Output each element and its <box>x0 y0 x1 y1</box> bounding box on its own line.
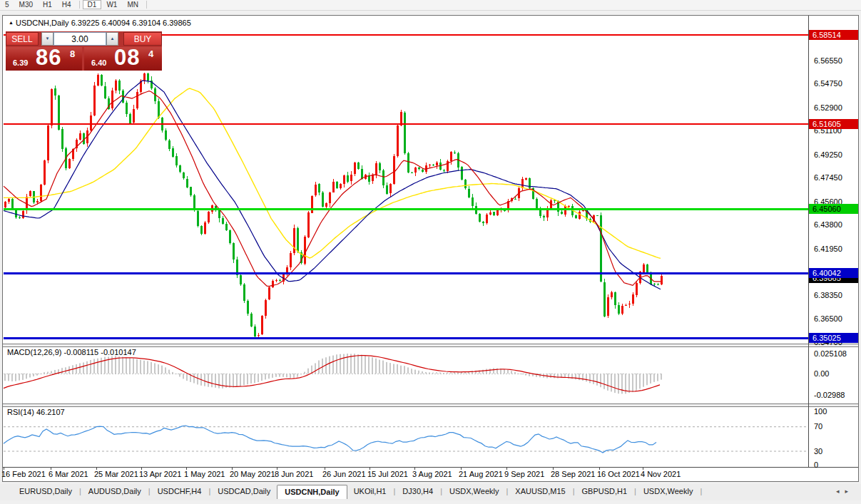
buy-price-panel[interactable]: 6.40 08 4 <box>84 47 162 71</box>
volume-decrease-button[interactable]: ▼ <box>41 32 54 46</box>
date-axis-label: 1 May 2021 <box>184 470 225 478</box>
chart-title: ▲ USDCNH,Daily 6.39225 6.40094 6.39104 6… <box>9 19 191 27</box>
date-axis-label: 6 Mar 2021 <box>49 470 88 478</box>
date-axis-label: 28 Sep 2021 <box>551 470 595 478</box>
level-badge-6.35025: 6.35025 <box>812 334 841 342</box>
buy-price-pip: 4 <box>148 48 153 59</box>
ma-line-fast-red <box>4 91 661 287</box>
chart-canvas[interactable]: 6.565506.547506.529006.511006.492506.474… <box>0 0 861 504</box>
price-axis-tick-label: 6.52900 <box>814 103 842 112</box>
panel-frames <box>3 16 858 468</box>
ma-line-medium-blue <box>4 81 661 289</box>
price-axis-tick-label: 6.47450 <box>814 173 842 182</box>
horizontal-levels-layer[interactable] <box>4 35 808 338</box>
level-badge-6.40042: 6.40042 <box>812 269 841 277</box>
rsi-axis-label: 100 <box>814 407 827 416</box>
sell-button[interactable]: SELL <box>6 32 39 46</box>
rsi-line <box>4 426 656 453</box>
symbol-collapse-icon[interactable]: ▲ <box>9 20 14 25</box>
date-axis-label: 25 Mar 2021 <box>94 470 138 478</box>
volume-input[interactable] <box>54 32 106 46</box>
macd-indicator-label: MACD(12,26,9) -0.008115 -0.010147 <box>7 348 136 356</box>
rsi-axis-label: 0 <box>814 461 818 469</box>
date-axis-label: 20 May 2021 <box>230 470 275 478</box>
triangle-up-icon: ▲ <box>111 36 115 41</box>
price-axis-tick-label: 6.49250 <box>814 150 842 159</box>
chart-ohlc-readout: 6.39225 6.40094 6.39104 6.39865 <box>71 19 191 27</box>
date-axis-label: 16 Feb 2021 <box>1 470 46 478</box>
rsi-indicator-label: RSI(14) 46.2107 <box>7 408 65 416</box>
price-axis-tick-label: 6.36500 <box>814 314 842 323</box>
price-axis-tick-label: 6.38350 <box>814 291 842 299</box>
rsi-axis-label: 70 <box>814 422 822 431</box>
indicator-layer <box>4 354 808 453</box>
level-badge-6.51605: 6.51605 <box>812 120 841 128</box>
date-axis-label: 4 Nov 2021 <box>641 470 681 478</box>
rsi-axis-label: 30 <box>814 447 822 456</box>
date-axis-label: 3 Aug 2021 <box>412 470 452 478</box>
sell-price-panel[interactable]: 6.39 86 8 <box>6 47 82 71</box>
price-axis-tick-label: 6.56550 <box>814 56 842 65</box>
triangle-down-icon: ▼ <box>46 36 50 41</box>
sell-price-main: 86 <box>36 45 61 71</box>
price-axis-tick-label: 6.54750 <box>814 79 842 88</box>
moving-averages-layer <box>4 81 661 289</box>
date-axis-label: 21 Aug 2021 <box>459 470 503 478</box>
macd-axis-label: 0.00 <box>814 369 829 378</box>
ma-line-slow-yellow <box>4 88 661 258</box>
date-axis-label: 15 Jul 2021 <box>367 470 408 478</box>
buy-button[interactable]: BUY <box>123 32 162 46</box>
chart-symbol-label: USDCNH,Daily <box>16 19 69 27</box>
sell-price-prefix: 6.39 <box>13 58 28 67</box>
buy-price-main: 08 <box>114 45 140 71</box>
sell-price-pip: 8 <box>70 48 75 59</box>
date-axis-label: 8 Jun 2021 <box>275 470 313 478</box>
level-badge-6.45060: 6.45060 <box>812 205 841 213</box>
date-axis-label: 16 Oct 2021 <box>597 470 640 478</box>
date-axis-label: 9 Sep 2021 <box>504 470 544 478</box>
one-click-trade-panel: SELL ▼ ▲ BUY 6.39 86 8 6.40 08 4 <box>6 31 162 71</box>
macd-axis-label: -0.02988 <box>814 391 845 399</box>
date-axis-label: 13 Apr 2021 <box>139 470 181 478</box>
buy-price-prefix: 6.40 <box>91 58 106 67</box>
price-axis-tick-label: 6.41950 <box>814 245 842 253</box>
volume-increase-button[interactable]: ▲ <box>106 32 118 46</box>
level-badge-6.58514: 6.58514 <box>812 31 841 39</box>
price-axis-tick-label: 6.43800 <box>814 220 842 229</box>
date-axis-label: 26 Jun 2021 <box>322 470 366 478</box>
macd-axis-label: 0.025108 <box>814 349 847 358</box>
